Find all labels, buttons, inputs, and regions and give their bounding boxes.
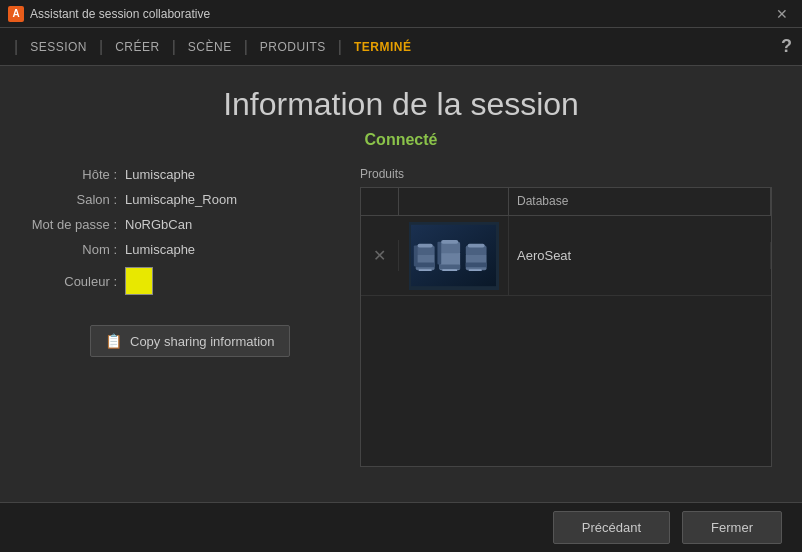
products-table: Database ✕	[360, 187, 772, 467]
nav-bar: | SESSION | CRÉER | SCÈNE | PRODUITS | T…	[0, 28, 802, 66]
product-cell-thumbnail	[399, 216, 509, 296]
motdepasse-value: NoRGbCan	[125, 217, 192, 232]
copy-btn-label: Copy sharing information	[130, 334, 275, 349]
page-title: Information de la session	[30, 86, 772, 123]
nav-item-scene[interactable]: SCÈNE	[180, 40, 240, 54]
footer: Précédant Fermer	[0, 502, 802, 552]
motdepasse-label: Mot de passe :	[30, 217, 125, 232]
svg-rect-1	[416, 253, 435, 270]
couleur-label: Couleur :	[30, 274, 125, 289]
close-button-footer[interactable]: Fermer	[682, 511, 782, 544]
svg-rect-3	[416, 263, 435, 268]
info-row-motdepasse: Mot de passe : NoRGbCan	[30, 217, 340, 232]
status-badge: Connecté	[30, 131, 772, 149]
table-row: ✕	[361, 216, 771, 296]
nav-sep-1: |	[99, 38, 103, 56]
header-col-database: Database	[509, 188, 771, 215]
nom-label: Nom :	[30, 242, 125, 257]
svg-rect-14	[469, 269, 482, 271]
nav-item-produits[interactable]: PRODUITS	[252, 40, 334, 54]
info-row-hote: Hôte : Lumiscaphe	[30, 167, 340, 182]
info-row-salon: Salon : Lumiscaphe_Room	[30, 192, 340, 207]
info-row-couleur: Couleur :	[30, 267, 340, 295]
nav-sep-2: |	[172, 38, 176, 56]
nav-item-session[interactable]: SESSION	[22, 40, 95, 54]
svg-rect-8	[437, 242, 441, 265]
right-panel: Produits Database ✕	[360, 167, 772, 467]
svg-rect-12	[419, 269, 432, 271]
close-button[interactable]: ✕	[770, 4, 794, 24]
products-label: Produits	[360, 167, 772, 181]
product-cell-name: AeroSeat	[509, 242, 771, 269]
nav-item-creer[interactable]: CRÉER	[107, 40, 168, 54]
svg-rect-9	[466, 253, 487, 270]
salon-label: Salon :	[30, 192, 125, 207]
main-content: Information de la session Connecté Hôte …	[0, 66, 802, 502]
svg-rect-17	[468, 244, 485, 248]
svg-rect-4	[414, 246, 418, 267]
header-col-2	[399, 188, 509, 215]
aeroseat-image	[411, 223, 496, 288]
copy-sharing-button[interactable]: 📋 Copy sharing information	[90, 325, 290, 357]
svg-rect-16	[441, 240, 458, 244]
prev-button[interactable]: Précédant	[553, 511, 670, 544]
svg-rect-11	[466, 263, 487, 268]
left-panel: Hôte : Lumiscaphe Salon : Lumiscaphe_Roo…	[30, 167, 340, 467]
app-icon: A	[8, 6, 24, 22]
hote-value: Lumiscaphe	[125, 167, 195, 182]
title-bar-text: Assistant de session collaborative	[30, 7, 210, 21]
header-col-1	[361, 188, 399, 215]
products-header: Database	[361, 188, 771, 216]
nom-value: Lumiscaphe	[125, 242, 195, 257]
svg-rect-15	[418, 244, 433, 248]
hote-label: Hôte :	[30, 167, 125, 182]
content-row: Hôte : Lumiscaphe Salon : Lumiscaphe_Roo…	[30, 167, 772, 467]
svg-rect-13	[442, 269, 457, 271]
nav-items: | SESSION | CRÉER | SCÈNE | PRODUITS | T…	[10, 38, 420, 56]
color-swatch[interactable]	[125, 267, 153, 295]
title-bar: A Assistant de session collaborative ✕	[0, 0, 802, 28]
product-name: AeroSeat	[517, 248, 571, 263]
nav-item-termine[interactable]: TERMINÉ	[346, 40, 420, 54]
nav-sep-4: |	[338, 38, 342, 56]
product-remove-icon[interactable]: ✕	[373, 246, 386, 265]
title-bar-left: A Assistant de session collaborative	[8, 6, 210, 22]
product-thumbnail	[409, 222, 499, 290]
svg-rect-7	[439, 264, 460, 269]
copy-icon: 📋	[105, 333, 122, 349]
nav-sep-0: |	[14, 38, 18, 56]
product-cell-x: ✕	[361, 240, 399, 271]
help-icon[interactable]: ?	[781, 36, 792, 57]
nav-sep-3: |	[244, 38, 248, 56]
salon-value: Lumiscaphe_Room	[125, 192, 237, 207]
info-row-nom: Nom : Lumiscaphe	[30, 242, 340, 257]
